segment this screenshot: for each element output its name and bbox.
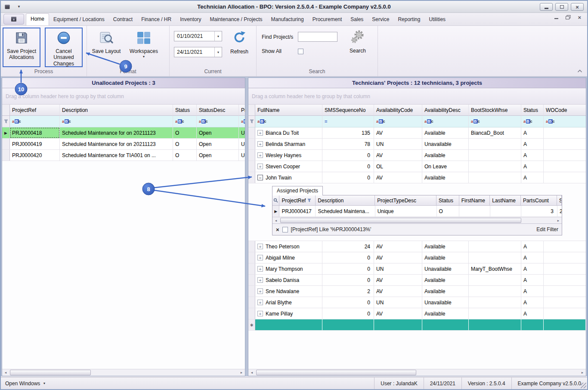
filter-status[interactable]: aBc (173, 116, 197, 127)
cell-bootstockwhse[interactable] (469, 150, 521, 161)
date-to-picker[interactable]: 24/11/2021 ▼ (174, 47, 222, 57)
column-header-availabilitycode[interactable]: AvailabilityCode (374, 105, 422, 116)
filter-bootstockwhse[interactable]: aBc (469, 116, 521, 127)
column-header-smssequenceno[interactable]: SMSSequenceNo (322, 105, 374, 116)
technician-row[interactable]: +Mary Thompson 0 UN Unavailable MaryT_Bo… (248, 263, 586, 275)
show-all-checkbox[interactable] (298, 49, 303, 54)
column-header-statusdesc[interactable]: StatusDesc (197, 105, 239, 116)
cell-bootstockwhse[interactable] (469, 139, 521, 149)
cell-projectref[interactable]: PRJ0000417 (279, 206, 316, 217)
cell-firstname[interactable] (459, 206, 490, 217)
cell-statusdesc[interactable]: Open (197, 150, 239, 161)
detail-header-status[interactable]: Status (436, 195, 459, 206)
cell-availabilitydesc[interactable]: Available (422, 286, 469, 297)
cell-status[interactable]: A (521, 275, 544, 285)
cell-smssequenceno[interactable]: 0 (322, 297, 374, 308)
cell-bootstockwhse[interactable] (469, 172, 521, 183)
column-header-pre[interactable]: Pre (239, 105, 245, 116)
cell-partscount[interactable]: 3 (521, 206, 557, 217)
cell-pre[interactable]: Un (239, 127, 245, 138)
application-button[interactable] (3, 14, 24, 25)
cell-smssequenceno[interactable]: 0 (322, 275, 374, 285)
ribbon-tab[interactable]: Inventory (176, 14, 205, 25)
cell-status[interactable]: A (521, 252, 544, 263)
detail-header-sta[interactable]: Sta (557, 195, 562, 206)
column-header-bootstockwhse[interactable]: BootStockWhse (469, 105, 521, 116)
cell-status[interactable]: O (437, 206, 460, 217)
cell-availabilitydesc[interactable]: Available (422, 275, 469, 285)
detail-header-partscount[interactable]: PartsCount (521, 195, 557, 206)
workspaces-button[interactable]: Workspaces ▼ (124, 28, 164, 67)
ribbon-minimize-icon[interactable] (554, 13, 559, 21)
cell-smssequenceno[interactable]: 0 (322, 172, 374, 183)
scroll-left-icon[interactable]: ◄ (272, 219, 279, 222)
expand-row-icon[interactable]: + (257, 288, 263, 294)
expand-row-icon[interactable]: + (257, 152, 263, 158)
cell-availabilitycode[interactable]: AV (374, 286, 422, 297)
ribbon-tab[interactable]: Sales (346, 14, 368, 25)
collapse-ribbon-icon[interactable] (577, 67, 583, 74)
new-cell-wocode[interactable] (544, 319, 586, 330)
cell-availabilitycode[interactable]: AV (374, 127, 422, 138)
cell-projectref[interactable]: PRJ0000418 (10, 127, 60, 138)
column-header-fullname[interactable]: FullName (255, 105, 322, 116)
cell-lastname[interactable] (490, 206, 521, 217)
filter-availabilitydesc[interactable]: aBc (422, 116, 469, 127)
expand-row-icon[interactable]: + (257, 311, 263, 316)
cell-bootstockwhse[interactable]: BiancaD_Boot (469, 127, 521, 138)
technician-row[interactable]: −John Twain 0 AV Available A (248, 172, 586, 183)
cell-smssequenceno[interactable]: 0 (322, 263, 374, 274)
new-cell-availabilitydesc[interactable] (422, 319, 469, 330)
ribbon-tab[interactable]: Procurement (308, 14, 347, 25)
new-cell-status[interactable] (521, 319, 544, 330)
cell-wocode[interactable] (544, 241, 586, 252)
cell-status[interactable]: A (521, 139, 544, 149)
cell-availabilitydesc[interactable]: Unavailable (422, 263, 469, 274)
resize-grip[interactable] (581, 383, 586, 388)
expand-row-icon[interactable]: − (257, 175, 263, 180)
save-layout-button[interactable]: Save Layout (89, 28, 124, 67)
ribbon-tab[interactable]: Maintenance / Projects (206, 14, 267, 25)
expand-row-icon[interactable]: + (257, 266, 263, 272)
column-header-status[interactable]: Status (521, 105, 544, 116)
cell-availabilitycode[interactable]: AV (374, 150, 422, 161)
ribbon-tab[interactable]: Service (368, 14, 393, 25)
technician-row[interactable]: +Kame Pillay 0 AV Available A (248, 308, 586, 319)
scroll-left-icon[interactable]: ◄ (2, 371, 9, 374)
cell-pre[interactable]: Un (239, 139, 245, 149)
unallocated-project-row[interactable]: ▶ PRJ0000418 Scheduled Maintenance for o… (2, 127, 245, 139)
detail-search-header[interactable] (272, 195, 279, 206)
cell-statusdesc[interactable]: Open (197, 127, 239, 138)
cell-availabilitydesc[interactable]: Available (422, 241, 469, 252)
assigned-projects-tab[interactable]: Assigned Projects (272, 186, 323, 195)
cell-fullname[interactable]: +Wesley Haynes (255, 150, 322, 161)
cell-status[interactable]: O (173, 127, 197, 138)
cell-sta[interactable]: 23/ (557, 206, 562, 217)
save-project-allocations-button[interactable]: Save Project Allocations (3, 28, 40, 67)
date-from-dropdown-icon[interactable]: ▼ (214, 31, 222, 41)
cell-wocode[interactable] (544, 263, 586, 274)
ribbon-tab[interactable]: Manufacturing (267, 14, 308, 25)
technician-row[interactable]: +Arial Blythe 0 UN Unavailable A (248, 297, 586, 308)
technician-row[interactable]: +Steven Cooper 0 OL On Leave A (248, 161, 586, 172)
column-header-wocode[interactable]: WOCode (544, 105, 586, 116)
cell-availabilitycode[interactable]: UN (374, 297, 422, 308)
cell-smssequenceno[interactable]: 0 (322, 161, 374, 172)
cell-availabilitycode[interactable]: AV (374, 252, 422, 263)
cell-fullname[interactable]: +Abigail Milne (255, 252, 322, 263)
cell-wocode[interactable] (544, 161, 586, 172)
cell-projecttypedesc[interactable]: Unique (375, 206, 437, 217)
expand-row-icon[interactable]: + (257, 255, 263, 260)
cell-fullname[interactable]: +Kame Pillay (255, 308, 322, 319)
new-cell-bootstockwhse[interactable] (469, 319, 521, 330)
refresh-button[interactable]: Refresh (226, 27, 253, 55)
filter-smssequenceno[interactable]: = (322, 116, 374, 127)
quick-access-dropdown-icon[interactable]: ▼ (17, 5, 21, 9)
close-button[interactable]: × (571, 3, 584, 11)
cell-availabilitycode[interactable]: AV (374, 172, 422, 183)
cell-status[interactable]: O (173, 150, 197, 161)
edit-filter-button[interactable]: Edit Filter (536, 226, 558, 232)
expand-row-icon[interactable]: + (257, 141, 263, 147)
column-header-status[interactable]: Status (173, 105, 197, 116)
maximize-button[interactable] (555, 3, 568, 11)
